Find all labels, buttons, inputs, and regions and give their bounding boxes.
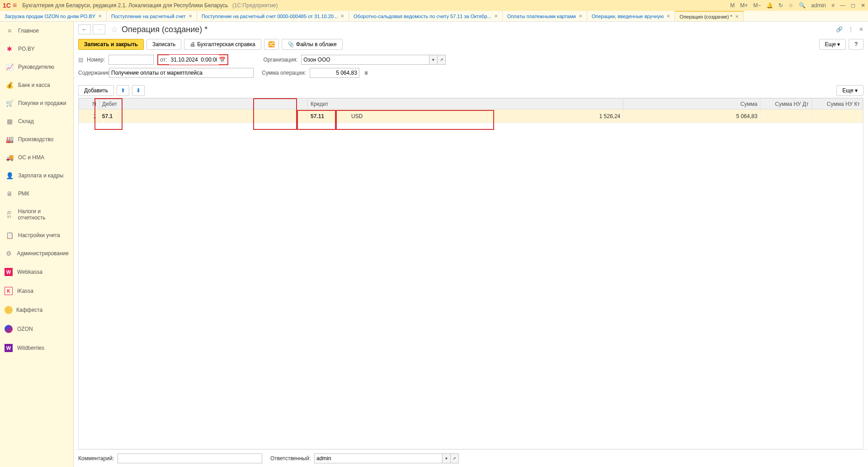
col-sum[interactable]: Сумма [623, 99, 760, 110]
memory-m-icon[interactable]: M [730, 2, 735, 9]
cell-n[interactable]: 1 [79, 110, 99, 123]
minimize-icon[interactable]: — [840, 2, 845, 9]
sidebar-item-manager[interactable]: 📈Руководителю [0, 58, 73, 76]
memory-mminus-icon[interactable]: M− [753, 2, 761, 9]
org-label: Организация: [264, 57, 298, 63]
tab-manual-ops[interactable]: Операции, введенные вручную✕ [587, 11, 675, 21]
page-title: Операция (создание) * [122, 25, 836, 34]
star-icon[interactable]: ☆ [788, 2, 793, 9]
tab-close-icon[interactable]: ✕ [735, 14, 739, 19]
move-up-button[interactable]: ⬆ [117, 85, 129, 96]
settings-icon[interactable]: ≡ [831, 2, 835, 9]
comment-input[interactable] [118, 453, 262, 463]
add-row-button[interactable]: Добавить [78, 85, 114, 96]
more-icon[interactable]: ⋮ [848, 26, 854, 33]
sidebar-item-warehouse[interactable]: ▦Склад [0, 112, 73, 130]
col-nu-dt[interactable]: Сумма НУ Дт [760, 99, 811, 110]
calendar-icon[interactable]: 📅 [219, 57, 226, 63]
open-icon[interactable]: ↗ [451, 453, 459, 463]
cart-icon: 🛒 [5, 100, 14, 107]
cell-debit[interactable]: 57.1 [99, 110, 307, 123]
files-cloud-button[interactable]: 📎Файлы в облаке [282, 39, 343, 50]
col-n[interactable]: N [79, 99, 99, 110]
cell-nu-kt[interactable] [811, 110, 863, 123]
sidebar-item-sales[interactable]: 🛒Покупки и продажи [0, 94, 73, 112]
close-icon[interactable]: ✕ [861, 2, 865, 9]
dropdown-icon[interactable]: ▾ [443, 453, 451, 463]
tab-close-icon[interactable]: ✕ [189, 14, 192, 19]
content-input[interactable] [109, 68, 254, 78]
tab-card-payments[interactable]: Оплаты платежными картами✕ [503, 11, 587, 21]
open-icon[interactable]: ↗ [438, 55, 446, 65]
help-button[interactable]: ? [849, 39, 863, 50]
tab-ozon-load[interactable]: Загрузка продаж OZON по дням PO.BY✕ [0, 11, 107, 21]
sidebar-item-assets[interactable]: 🚚ОС и НМА [0, 148, 73, 167]
sidebar-item-settings[interactable]: 📋Настройки учета [0, 226, 73, 244]
webkassa-icon: W [5, 268, 13, 276]
sidebar-item-ikassa[interactable]: KiKassa [0, 281, 73, 300]
credit-account: 57.11 [311, 113, 351, 119]
cell-credit[interactable]: 57.11 USD 1 526,24 [307, 110, 623, 123]
ikassa-icon: K [5, 287, 13, 295]
tab-turnover[interactable]: Оборотно-сальдовая ведомость по счету 57… [349, 11, 503, 21]
search-icon[interactable]: 🔍 [799, 2, 806, 9]
sidebar-item-main[interactable]: ≡Главное [0, 22, 73, 40]
link-icon[interactable]: 🔗 [836, 26, 843, 33]
tab-close-icon[interactable]: ✕ [666, 14, 670, 19]
tab-receipt2[interactable]: Поступление на расчетный счет 0000-00048… [197, 11, 349, 21]
main-menu-icon[interactable]: ≡ [13, 1, 17, 10]
number-input[interactable] [108, 55, 154, 65]
responsible-input[interactable] [314, 453, 443, 463]
date-field-highlight: от: 📅 [157, 54, 228, 65]
sidebar-item-bank[interactable]: 💰Банк и касса [0, 76, 73, 94]
more-button[interactable]: Еще ▾ [819, 39, 846, 50]
cell-nu-dt[interactable] [760, 110, 811, 123]
date-input[interactable] [169, 55, 219, 65]
sidebar-item-hr[interactable]: 👤Зарплата и кадры [0, 167, 73, 185]
save-close-button[interactable]: Записать и закрыть [78, 39, 144, 50]
tab-close-icon[interactable]: ✕ [494, 14, 498, 19]
sum-input[interactable] [310, 68, 359, 78]
favorite-icon[interactable]: ☆ [111, 24, 118, 34]
move-down-button[interactable]: ⬇ [132, 85, 145, 96]
table-row[interactable]: 1 57.1 57.11 USD 1 526,24 [79, 110, 863, 123]
sidebar-item-rmk[interactable]: 🖥РМК [0, 185, 73, 203]
debit-account: 57.1 [102, 113, 127, 119]
sidebar-item-wildberries[interactable]: WWildberries [0, 338, 73, 357]
close-page-icon[interactable]: ✕ [859, 26, 863, 33]
sidebar-item-tax[interactable]: ДтКтНалоги и отчетность [0, 203, 73, 226]
save-button[interactable]: Записать [146, 39, 181, 50]
history-icon[interactable]: ↻ [778, 2, 783, 9]
tab-close-icon[interactable]: ✕ [340, 14, 344, 19]
tab-close-icon[interactable]: ✕ [579, 14, 582, 19]
sidebar-item-admin[interactable]: ⚙Администрирование [0, 244, 73, 262]
col-debit[interactable]: Дебет [99, 99, 307, 110]
cell-sum[interactable]: 5 064,83 [623, 110, 760, 123]
bell-icon[interactable]: 🔔 [766, 2, 773, 9]
sidebar-item-ozon[interactable]: OZON [0, 319, 73, 338]
tab-close-icon[interactable]: ✕ [98, 14, 102, 19]
tab-receipt1[interactable]: Поступление на расчетный счет✕ [107, 11, 197, 21]
memory-mplus-icon[interactable]: M+ [740, 2, 748, 9]
col-nu-kt[interactable]: Сумма НУ Кт [811, 99, 863, 110]
sidebar-item-kaffesta[interactable]: Каффеста [0, 300, 73, 319]
back-button[interactable]: ← [78, 24, 91, 34]
sidebar-item-poby[interactable]: ✱PO.BY [0, 40, 73, 58]
number-label: Номер: [87, 57, 105, 63]
accounting-ref-button[interactable]: 🖨Бухгалтерская справка [184, 39, 261, 50]
col-credit[interactable]: Кредит [307, 99, 623, 110]
maximize-icon[interactable]: ◻ [851, 2, 855, 9]
sidebar-item-webkassa[interactable]: WWebkassa [0, 262, 73, 281]
calculator-icon[interactable]: 🖩 [364, 70, 369, 76]
forward-button[interactable]: → [93, 24, 105, 34]
sidebar-item-production[interactable]: 🏭Производство [0, 130, 73, 148]
dropdown-icon[interactable]: ▾ [429, 55, 438, 65]
sum-label: Сумма операции: [262, 70, 306, 76]
dt-kt-button[interactable]: 🔀 [264, 39, 279, 50]
entries-table: N Дебет Кредит Сумма Сумма НУ Дт Сумма Н… [78, 98, 863, 449]
responsible-label: Ответственный: [270, 455, 311, 462]
tab-operation-create[interactable]: Операция (создание) *✕ [675, 11, 743, 21]
user-name[interactable]: admin [811, 2, 826, 9]
table-more-button[interactable]: Еще ▾ [836, 85, 863, 96]
org-input[interactable] [301, 55, 429, 65]
